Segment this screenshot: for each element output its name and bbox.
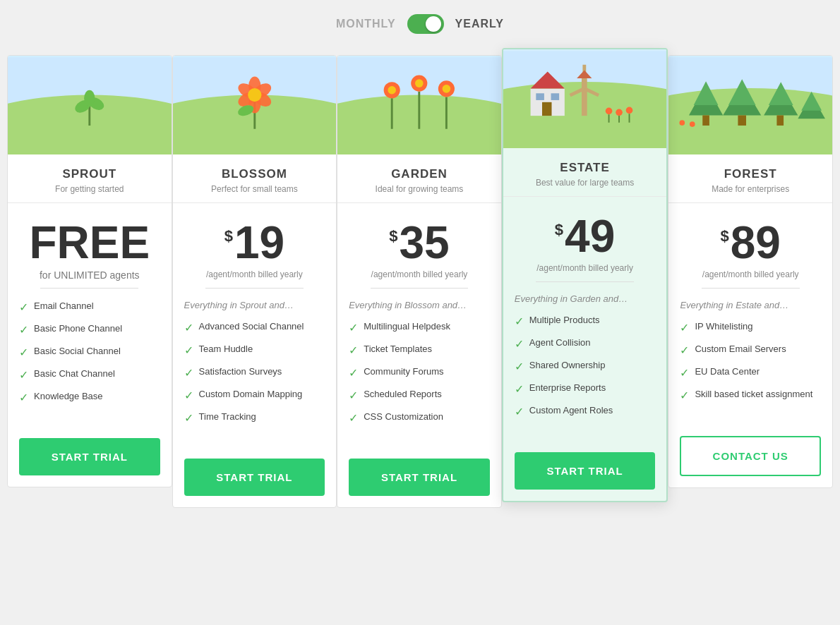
- svg-rect-51: [703, 115, 710, 125]
- price-number: 89: [731, 220, 781, 265]
- check-icon: ✓: [184, 389, 193, 402]
- feature-item: ✓ Basic Chat Channel: [19, 368, 160, 382]
- plan-features-garden: Everything in Blossom and… ✓ Multilingua…: [337, 300, 501, 447]
- feature-text: Scheduled Reports: [364, 388, 442, 401]
- check-icon: ✓: [680, 389, 689, 402]
- feature-item: ✓ Satisfaction Surveys: [184, 365, 325, 380]
- check-icon: ✓: [184, 411, 193, 425]
- check-icon: ✓: [349, 366, 358, 380]
- price-period: /agent/month billed yearly: [510, 263, 660, 273]
- toggle-knob: [426, 16, 441, 32]
- plan-image-estate: [503, 49, 667, 148]
- feature-item: ✓ Shared Ownership: [515, 359, 656, 373]
- plan-header-garden: GARDEN Ideal for growing teams: [337, 154, 501, 203]
- feature-item: ✓ IP Whitelisting: [680, 320, 821, 334]
- feature-text: Basic Chat Channel: [34, 368, 115, 380]
- price-dollar: $: [720, 227, 728, 245]
- feature-text: Ticket Templates: [364, 343, 432, 356]
- feature-item: ✓ Advanced Social Channel: [184, 320, 325, 334]
- monthly-label: MONTHLY: [336, 18, 396, 30]
- feature-text: EU Data Center: [695, 365, 760, 378]
- svg-point-24: [415, 79, 424, 87]
- plan-price-estate: $ 49 /agent/month billed yearly: [503, 197, 667, 281]
- feature-item: ✓ Custom Domain Mapping: [184, 388, 325, 402]
- features-inherit-blossom: Everything in Sprout and…: [184, 300, 325, 310]
- plan-tagline-sprout: For getting started: [15, 184, 164, 194]
- feature-text: Satisfaction Surveys: [199, 365, 282, 378]
- feature-item: ✓ Enterprise Reports: [515, 382, 656, 396]
- plan-card-garden: GARDEN Ideal for growing teams $ 35 /age…: [337, 55, 502, 508]
- plan-card-sprout: SPROUT For getting started FREE for UNLI…: [7, 55, 172, 487]
- svg-point-60: [680, 120, 685, 126]
- feature-text: Advanced Social Channel: [199, 320, 304, 333]
- feature-item: ✓ Multilingual Helpdesk: [349, 320, 490, 334]
- feature-text: Multilingual Helpdesk: [364, 320, 450, 333]
- svg-point-43: [625, 107, 632, 114]
- svg-point-27: [443, 85, 451, 93]
- price-dollar: $: [224, 227, 233, 245]
- check-icon: ✓: [680, 366, 689, 380]
- plan-price-forest: $ 89 /agent/month billed yearly: [668, 203, 832, 288]
- check-icon: ✓: [349, 389, 358, 402]
- svg-point-21: [388, 86, 397, 95]
- feature-item: ✓ EU Data Center: [680, 365, 821, 380]
- check-icon: ✓: [19, 301, 28, 314]
- price-divider: [205, 288, 304, 289]
- features-inherit-garden: Everything in Blossom and…: [349, 300, 490, 310]
- plan-features-blossom: Everything in Sprout and… ✓ Advanced Soc…: [173, 300, 337, 447]
- plans-grid: SPROUT For getting started FREE for UNLI…: [7, 55, 833, 508]
- billing-toggle[interactable]: [407, 14, 444, 34]
- feature-item: ✓ Team Huddle: [184, 343, 325, 357]
- feature-text: Custom Domain Mapping: [199, 388, 303, 401]
- svg-rect-57: [777, 115, 784, 125]
- feature-text: Basic Social Channel: [34, 345, 121, 358]
- plan-tagline-estate: Best value for large teams: [510, 178, 660, 188]
- svg-point-15: [248, 88, 261, 102]
- check-icon: ✓: [19, 368, 28, 382]
- price-amount: $ 35: [344, 220, 494, 265]
- price-number: 49: [565, 214, 615, 259]
- feature-item: ✓ Agent Collision: [515, 336, 656, 351]
- price-period: /agent/month billed yearly: [180, 269, 330, 279]
- plan-tagline-blossom: Perfect for small teams: [180, 184, 330, 194]
- start-trial-button-sprout[interactable]: START TRIAL: [19, 438, 160, 475]
- start-trial-button-blossom[interactable]: START TRIAL: [184, 459, 325, 496]
- price-divider: [536, 281, 634, 282]
- feature-item: ✓ Basic Phone Channel: [19, 322, 160, 336]
- billing-toggle-bar: MONTHLY YEARLY: [336, 14, 504, 34]
- plan-header-blossom: BLOSSOM Perfect for small teams: [173, 154, 337, 203]
- yearly-label: YEARLY: [455, 18, 504, 30]
- feature-text: Knowledge Base: [34, 390, 103, 403]
- feature-text: Enterprise Reports: [529, 382, 606, 394]
- svg-point-61: [690, 121, 695, 127]
- plan-cta-forest: CONTACT US: [668, 425, 832, 487]
- check-icon: ✓: [349, 411, 358, 425]
- start-trial-button-garden[interactable]: START TRIAL: [349, 459, 490, 496]
- price-number: 19: [234, 220, 284, 265]
- plan-price-garden: $ 35 /agent/month billed yearly: [337, 203, 501, 288]
- feature-item: ✓ Skill based ticket assignment: [680, 388, 821, 402]
- start-trial-button-estate[interactable]: START TRIAL: [515, 452, 656, 490]
- plan-name-garden: GARDEN: [344, 167, 494, 181]
- svg-rect-54: [738, 115, 747, 125]
- plan-cta-blossom: START TRIAL: [173, 447, 337, 507]
- contact-us-button-forest[interactable]: CONTACT US: [680, 436, 821, 476]
- check-icon: ✓: [184, 321, 193, 334]
- feature-text: CSS Customization: [364, 411, 443, 423]
- svg-rect-32: [536, 93, 544, 100]
- price-divider: [371, 288, 469, 289]
- price-amount: $ 49: [510, 214, 660, 259]
- check-icon: ✓: [515, 337, 524, 351]
- check-icon: ✓: [515, 382, 524, 396]
- plan-cta-garden: START TRIAL: [337, 447, 501, 507]
- feature-item: ✓ Time Tracking: [184, 411, 325, 425]
- feature-item: ✓ CSS Customization: [349, 411, 490, 425]
- check-icon: ✓: [349, 321, 358, 334]
- feature-item: ✓ Ticket Templates: [349, 343, 490, 357]
- plan-tagline-garden: Ideal for growing teams: [344, 184, 494, 194]
- plan-cta-sprout: START TRIAL: [8, 427, 172, 487]
- price-number: 35: [400, 220, 450, 265]
- price-dollar: $: [555, 221, 563, 239]
- feature-text: Team Huddle: [199, 343, 253, 356]
- features-inherit-forest: Everything in Estate and…: [680, 300, 821, 310]
